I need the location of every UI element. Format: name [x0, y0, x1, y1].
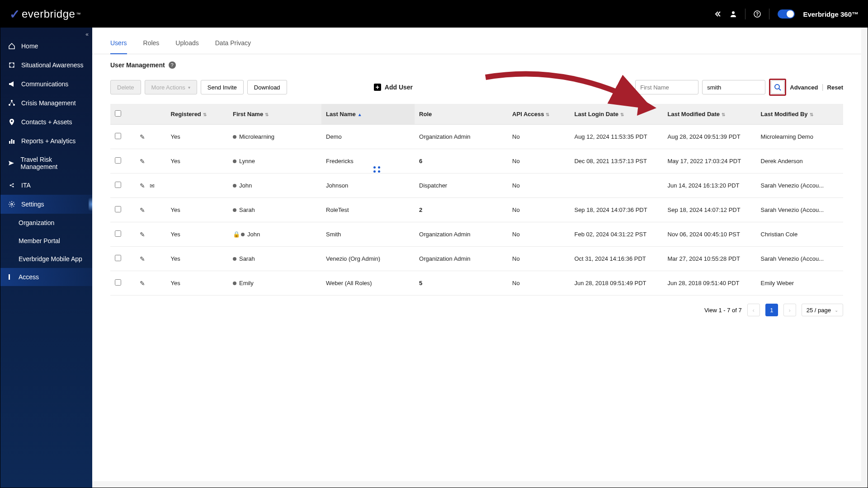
- modified-cell: May 17, 2022 17:03:24 PDT: [663, 149, 756, 174]
- pencil-icon[interactable]: ✎: [140, 158, 145, 165]
- network-icon: [8, 99, 16, 107]
- status-dot-icon: [241, 233, 245, 236]
- reset-link[interactable]: Reset: [827, 84, 843, 91]
- search-button[interactable]: [771, 80, 784, 94]
- page-size-select[interactable]: 25 / page ⌄: [802, 304, 843, 316]
- row-checkbox[interactable]: [115, 279, 121, 286]
- svg-line-20: [779, 89, 781, 90]
- sidebar: « HomeSituational AwarenessCommunication…: [0, 28, 92, 488]
- sidebar-item-communications[interactable]: Communications: [0, 75, 92, 94]
- svg-point-10: [13, 104, 15, 106]
- sidebar-item-reports-analytics[interactable]: Reports + Analytics: [0, 131, 92, 150]
- page-1-button[interactable]: 1: [765, 304, 778, 316]
- sidebar-subitem-everbridge-mobile-app[interactable]: Everbridge Mobile App: [0, 250, 92, 268]
- sidebar-subitem-access[interactable]: Access: [0, 268, 92, 286]
- row-checkbox[interactable]: [115, 133, 121, 139]
- row-checkbox[interactable]: [115, 230, 121, 237]
- api-cell: No: [508, 247, 570, 271]
- tab-users[interactable]: Users: [110, 36, 127, 54]
- sidebar-item-home[interactable]: Home: [0, 37, 92, 56]
- sidebar-item-settings[interactable]: Settings: [0, 195, 92, 214]
- lock-icon: 🔒: [233, 231, 240, 238]
- sidebar-subitem-member-portal[interactable]: Member Portal: [0, 232, 92, 250]
- role-cell: 2: [415, 198, 508, 222]
- chart-icon: [8, 137, 16, 145]
- first-name-header[interactable]: First Name⇅: [228, 104, 321, 125]
- last-login-header[interactable]: Last Login Date⇅: [570, 104, 663, 125]
- pencil-icon[interactable]: ✎: [140, 280, 145, 287]
- svg-point-9: [9, 104, 10, 106]
- sidebar-item-situational-awareness[interactable]: Situational Awareness: [0, 56, 92, 75]
- row-checkbox[interactable]: [115, 157, 121, 164]
- login-cell: Aug 12, 2024 11:53:35 PDT: [570, 125, 663, 149]
- tab-uploads[interactable]: Uploads: [175, 36, 198, 54]
- modified-cell: Jun 14, 2024 16:13:20 PDT: [663, 174, 756, 198]
- user-table: Registered⇅ First Name⇅ Last Name▲ Role …: [110, 104, 843, 296]
- last-name-header[interactable]: Last Name▲: [321, 104, 415, 125]
- modified-by-cell: Microlearning Demo: [756, 125, 843, 149]
- sort-icon: ⇅: [265, 112, 269, 117]
- status-dot-icon: [233, 184, 236, 188]
- last-modified-header[interactable]: Last Modified Date⇅: [663, 104, 756, 125]
- pencil-icon[interactable]: ✎: [140, 133, 145, 141]
- modified-by-cell: Sarah Venezio (Accou...: [756, 198, 843, 222]
- registered-header[interactable]: Registered⇅: [166, 104, 228, 125]
- sort-icon: ⇅: [546, 112, 549, 117]
- plane-icon: [8, 159, 15, 167]
- svg-point-0: [732, 11, 735, 14]
- table-row: ✎ ✉JohnJohnsonDispatcherNoJun 14, 2024 1…: [110, 174, 843, 198]
- tab-roles[interactable]: Roles: [143, 36, 160, 54]
- add-user-button[interactable]: + Add User: [374, 84, 413, 91]
- select-all-header: [110, 104, 135, 125]
- next-page-button[interactable]: ›: [783, 304, 796, 316]
- pencil-icon[interactable]: ✎: [140, 231, 145, 238]
- delete-button[interactable]: Delete: [110, 80, 141, 94]
- last-name-cell: Demo: [321, 125, 415, 149]
- advanced-link[interactable]: Advanced: [790, 84, 818, 91]
- sort-icon: ⇅: [203, 112, 207, 117]
- sidebar-item-crisis-management[interactable]: Crisis Management: [0, 94, 92, 113]
- brand-toggle-text: Everbridge: [803, 10, 838, 18]
- user-icon[interactable]: [730, 10, 737, 18]
- row-checkbox[interactable]: [115, 206, 121, 212]
- pencil-icon[interactable]: ✎: [140, 182, 145, 189]
- envelope-icon[interactable]: ✉: [150, 183, 155, 189]
- more-actions-button[interactable]: More Actions ▾: [145, 80, 197, 94]
- sidebar-item-contacts-assets[interactable]: Contacts + Assets: [0, 113, 92, 131]
- sidebar-item-ita[interactable]: ITA: [0, 176, 92, 195]
- api-cell: No: [508, 125, 570, 149]
- sort-asc-icon: ▲: [358, 112, 362, 117]
- sidebar-item-label: Contacts + Assets: [21, 118, 72, 126]
- api-cell: No: [508, 271, 570, 296]
- first-name-value: John: [239, 182, 252, 189]
- registered-cell: Yes: [166, 247, 228, 271]
- row-checkbox[interactable]: [115, 255, 121, 261]
- tab-data-privacy[interactable]: Data Privacy: [215, 36, 251, 54]
- page-help-icon[interactable]: ?: [169, 61, 176, 69]
- download-button[interactable]: Download: [247, 80, 287, 94]
- send-invite-button[interactable]: Send Invite: [201, 80, 244, 94]
- select-all-checkbox[interactable]: [115, 110, 121, 117]
- last-name-cell: Johnson: [321, 174, 415, 198]
- brand-toggle[interactable]: [778, 9, 795, 19]
- brand-toggle-suffix: 360™: [840, 10, 859, 18]
- sort-icon: ⇅: [722, 112, 725, 117]
- sidebar-subitem-organization[interactable]: Organization: [0, 214, 92, 232]
- pencil-icon[interactable]: ✎: [140, 206, 145, 214]
- toolbar: Delete More Actions ▾ Send Invite Downlo…: [92, 74, 861, 104]
- last-modified-by-header[interactable]: Last Modified By⇅: [756, 104, 843, 125]
- search-button-highlight[interactable]: [769, 79, 786, 96]
- sidebar-item-travel-risk-management[interactable]: Travel Risk Management: [0, 150, 92, 176]
- last-name-input[interactable]: [702, 80, 765, 94]
- row-checkbox[interactable]: [115, 182, 121, 188]
- prev-page-button[interactable]: ‹: [747, 304, 760, 316]
- status-dot-icon: [233, 282, 236, 285]
- registered-cell: Yes: [166, 198, 228, 222]
- pagination-summary: View 1 - 7 of 7: [704, 307, 742, 314]
- page-title: User Management: [110, 61, 165, 69]
- help-icon[interactable]: ?: [754, 10, 761, 18]
- api-access-header[interactable]: API Access⇅: [508, 104, 570, 125]
- collapse-icon[interactable]: [714, 11, 722, 17]
- first-name-input[interactable]: [635, 80, 698, 94]
- pencil-icon[interactable]: ✎: [140, 255, 145, 263]
